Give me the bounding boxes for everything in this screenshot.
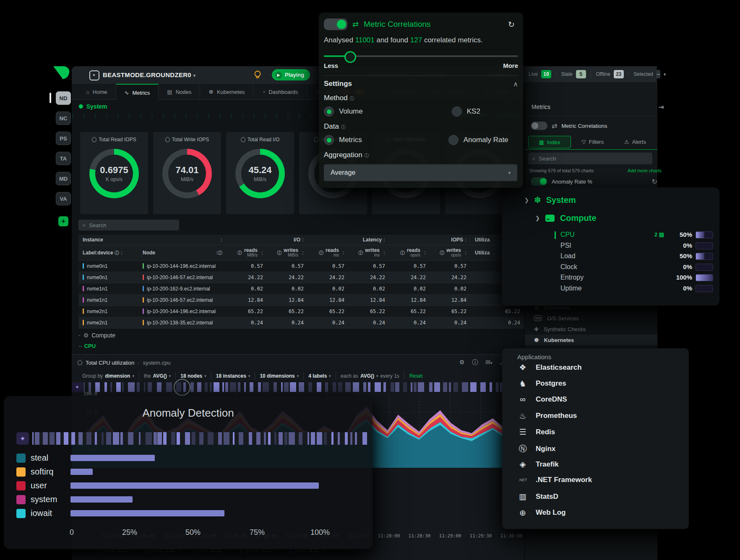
tree-system-row[interactable]: ❯ ✽ System xyxy=(524,195,576,205)
col-label-device[interactable]: Label:device ⓘ: xyxy=(78,250,138,256)
radio-volume[interactable] xyxy=(324,106,334,117)
col-writes-ms[interactable]: ⓘwritesms: xyxy=(349,248,389,257)
tree-item-clock[interactable]: Clock0% xyxy=(502,262,719,272)
chart-control-18-instances[interactable]: 18 instances▾ xyxy=(211,372,255,380)
tab-index[interactable]: ▦Index xyxy=(528,136,571,148)
selected-chevron-icon[interactable]: ▾ xyxy=(664,72,666,77)
table-row[interactable]: nvme0n1ip-10-200-146-57.ec2.internal24.2… xyxy=(78,272,524,283)
col-node[interactable]: Node ⓘ: xyxy=(138,250,227,256)
sidebar-item-o-s-services[interactable]: OSO/S Services xyxy=(525,313,657,324)
gauge-card-total-write-iops[interactable]: Total Write IOPS74.01MiB/s xyxy=(153,132,221,214)
anomaly-panel-ribbon[interactable] xyxy=(32,432,367,445)
tree-item-entropy[interactable]: Entropy100% xyxy=(502,273,719,283)
compute-section-header[interactable]: - ⚙ Compute xyxy=(78,332,115,339)
live-count-badge[interactable]: 10 xyxy=(541,70,551,78)
radio-metrics[interactable] xyxy=(324,135,334,145)
workspace-avatar-ta[interactable]: TA xyxy=(56,152,71,165)
col-reads-ops-s[interactable]: ⓘreadsops/s: xyxy=(389,248,430,257)
app-item-coredns[interactable]: ∞CoreDNS xyxy=(517,395,567,404)
sensitivity-slider[interactable] xyxy=(324,55,518,57)
system-flower-icon: ✽ xyxy=(78,103,83,110)
anomaly-marker-circle[interactable] xyxy=(174,379,190,396)
col-writes-ops-s[interactable]: ⓘwritesops/s: xyxy=(430,248,471,257)
app-item-redis[interactable]: ☰Redis xyxy=(517,427,555,437)
chart-control-avg-[interactable]: each asAVG()▾every 1s xyxy=(336,372,404,380)
stale-count-badge[interactable]: 5 xyxy=(576,70,586,78)
app-item-postgres[interactable]: ♞Postgres xyxy=(517,379,566,389)
tab-nodes[interactable]: ▤Nodes xyxy=(159,84,200,100)
app-item-statsd[interactable]: ▥StatsD xyxy=(517,492,558,501)
mc-popup-toggle-on[interactable] xyxy=(324,18,347,30)
anomaly-rate-toggle-on[interactable] xyxy=(531,177,547,186)
tree-item-cpu[interactable]: CPU2 ▤50% xyxy=(502,230,719,240)
chart-control-dimension[interactable]: Group bydimension▾ xyxy=(78,372,139,380)
tree-item-load[interactable]: Load50% xyxy=(502,251,719,262)
table-search-input[interactable]: ⌕ Search xyxy=(78,220,179,231)
table-row[interactable]: nvme0n1ip-10-200-144-196.ec2.internal0.5… xyxy=(78,261,524,272)
chart-control-10-dimensions[interactable]: 10 dimensions▾ xyxy=(255,372,304,380)
chart-control-avg-[interactable]: theAVG()▾ xyxy=(139,372,176,380)
refresh-icon[interactable]: ↻ xyxy=(508,20,515,29)
lightbulb-icon[interactable] xyxy=(253,70,262,80)
tab-alerts[interactable]: ⚠Alerts xyxy=(615,136,655,148)
collapse-chevron-icon[interactable]: ∧ xyxy=(513,80,518,88)
sidebar-item-kubernetes[interactable]: ☸Kubernetes xyxy=(525,334,657,345)
workspace-avatar-nc[interactable]: NC xyxy=(56,111,71,125)
app-item-elasticsearch[interactable]: ❖Elasticsearch xyxy=(517,363,582,372)
tab-filters[interactable]: ▽Filters xyxy=(572,136,614,148)
sidebar-search-input[interactable]: ⌕ Search xyxy=(528,153,652,164)
alert-bell-icon[interactable]: ⚙ xyxy=(459,359,465,366)
info-icon[interactable]: ⓘ xyxy=(472,359,478,366)
anomaly-legend-system[interactable]: system xyxy=(16,495,57,504)
refresh-icon[interactable]: ↻ xyxy=(652,178,657,186)
tree-compute-row[interactable]: ❯ Compute xyxy=(535,213,597,223)
add-more-charts-link[interactable]: Add more charts xyxy=(628,168,662,173)
tree-item-uptime[interactable]: Uptime0% xyxy=(502,284,719,294)
table-row[interactable]: nvme2n1ip-10-200-138-35.ec2.internal0.24… xyxy=(78,317,524,329)
col-writes-MiB-s[interactable]: ⓘwritesMiB/s: xyxy=(267,248,308,257)
table-row[interactable]: nvme1n1ip-10-200-146-57.ec2.internal12.8… xyxy=(78,295,524,306)
tab-home[interactable]: ⌂Home xyxy=(78,84,116,100)
app-item-prometheus[interactable]: ♨Prometheus xyxy=(517,411,577,421)
tab-metrics[interactable]: ∿Metrics xyxy=(116,84,159,101)
anomaly-legend-user[interactable]: user xyxy=(16,481,47,490)
app-item-nginx[interactable]: ⓃNginx xyxy=(517,443,555,454)
playing-button[interactable]: ▶ Playing xyxy=(272,69,310,80)
radio-ks2[interactable] xyxy=(452,106,462,117)
workspace-avatar-nd[interactable]: ND xyxy=(56,91,71,105)
aggregation-select[interactable]: Average ▾ xyxy=(324,164,517,181)
workspace-avatar-va[interactable]: VA xyxy=(56,192,71,205)
app-item-web-log[interactable]: ⊕Web Log xyxy=(517,508,565,518)
offline-count-badge[interactable]: 23 xyxy=(614,70,624,78)
workspace-avatar-md[interactable]: MD xyxy=(56,172,71,185)
anomaly-legend-steal[interactable]: steal xyxy=(16,453,48,463)
gauge-card-total-read-iops[interactable]: Total Read IOPS0.6975K ops/s xyxy=(80,132,148,214)
sidebar-item-synthetic-checks[interactable]: ✚Synthetic Checks xyxy=(525,324,657,334)
chart-control-4-labels[interactable]: 4 labels▾ xyxy=(304,372,336,380)
app-item-traefik[interactable]: ◈Traefik xyxy=(517,459,559,469)
collapse-sidebar-icon[interactable]: ⇥ xyxy=(659,103,664,111)
tree-item-psi[interactable]: PSI0% xyxy=(502,241,719,251)
col-reads-MiB-s[interactable]: ⓘreadsMiB/s: xyxy=(227,248,267,257)
anomaly-legend-iowait[interactable]: iowait xyxy=(16,508,52,518)
annotations-icon[interactable]: ✉▾ xyxy=(485,359,492,366)
workspace-avatar-ps[interactable]: PS xyxy=(56,132,71,145)
room-title[interactable]: BEASTMODE.GROUNDZER0 ▾ xyxy=(103,71,195,78)
gauge-card-total-read-i-o[interactable]: Total Read I/O45.24MiB/s xyxy=(226,132,294,214)
anomaly-ribbon[interactable] xyxy=(83,382,524,392)
tab-kubernetes[interactable]: ☸Kubernetes xyxy=(200,84,253,100)
chart-reset-button[interactable]: Reset xyxy=(404,373,427,379)
col-reads-ms[interactable]: ⓘreadsms: xyxy=(308,248,349,257)
tab-dashboards[interactable]: ◔Dashboards xyxy=(253,84,307,100)
netdata-logo[interactable] xyxy=(52,64,71,82)
table-row[interactable]: nvme2n1ip-10-200-144-196.ec2.internal65.… xyxy=(78,306,524,317)
table-row[interactable]: nvme1n1ip-10-200-162-9.ec2.internal0.020… xyxy=(78,283,524,295)
slider-knob[interactable] xyxy=(344,51,356,63)
radio-anomaly-rate[interactable] xyxy=(448,135,459,145)
mc-toggle-off[interactable] xyxy=(531,122,547,130)
selected-value[interactable]: – xyxy=(657,70,660,78)
app-item--net-framework[interactable]: .NET.NET Framework xyxy=(517,476,592,484)
add-workspace-button[interactable]: + xyxy=(58,216,68,226)
cpu-subsection-header[interactable]: --CPU xyxy=(78,343,96,349)
anomaly-legend-softirq[interactable]: softirq xyxy=(16,467,53,477)
